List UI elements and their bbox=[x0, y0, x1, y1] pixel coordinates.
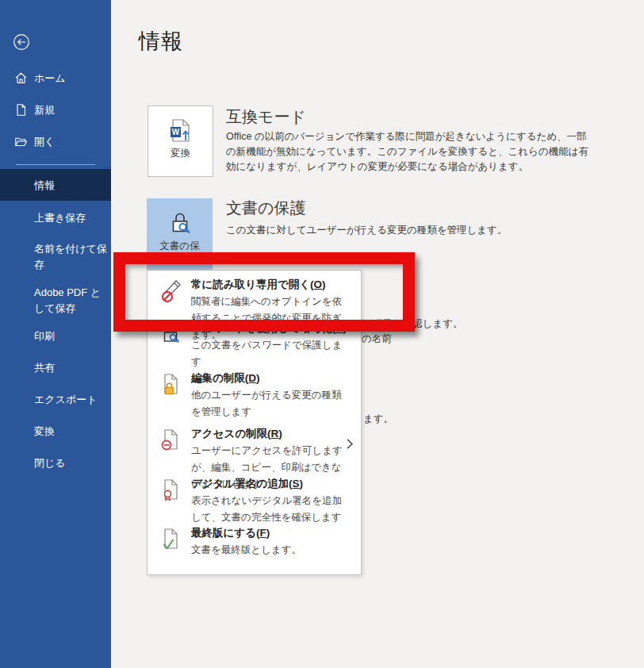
background-text-fragment: ます。 bbox=[363, 413, 393, 426]
read-only-pencil-icon bbox=[160, 278, 184, 302]
menu-item-title: 常に読み取り専用で開く(O) bbox=[191, 277, 350, 293]
background-text-fragment: の名前 bbox=[362, 332, 392, 346]
menu-item-title: アクセスの制限(R) bbox=[191, 426, 350, 442]
protect-button-label: 文書の保護 bbox=[148, 240, 212, 265]
menu-item-add-digital-signature[interactable]: デジタル署名の追加(S) 表示されないデジタル署名を追加して、文書の完全性を確保… bbox=[148, 476, 361, 526]
menu-item-title: パスワードを使用して暗号化(E) bbox=[191, 321, 350, 336]
back-button[interactable] bbox=[13, 33, 30, 51]
menu-item-description: この文書をパスワードで保護します bbox=[191, 337, 351, 370]
compat-mode-description: Office の以前のバージョンで作業する際に問題が起きないようにするため、一部… bbox=[226, 129, 592, 175]
restrict-editing-icon bbox=[160, 372, 184, 396]
protect-document-menu: 常に読み取り専用で開く(O) 閲覧者に編集へのオプトインを依頼することで偶発的な… bbox=[147, 270, 362, 575]
protect-document-button[interactable]: 文書の保護 bbox=[147, 198, 213, 271]
svg-text:W: W bbox=[171, 128, 179, 136]
sidebar-item-label: ホーム bbox=[34, 71, 107, 86]
convert-word-doc-icon: W bbox=[167, 117, 195, 145]
protect-document-heading: 文書の保護 bbox=[226, 198, 305, 219]
page-title: 情報 bbox=[139, 27, 183, 56]
submenu-chevron-icon bbox=[347, 439, 353, 449]
menu-item-restrict-editing[interactable]: 編集の制限(D) 他のユーザーが行える変更の種類を管理します bbox=[148, 370, 361, 420]
menu-item-description: 文書を最終版とします。 bbox=[191, 542, 351, 559]
sidebar-item-label: 開く bbox=[34, 134, 107, 150]
convert-button-label: 変換 bbox=[148, 147, 213, 159]
new-document-icon bbox=[14, 103, 28, 117]
menu-item-title: 編集の制限(D) bbox=[191, 370, 350, 386]
open-folder-icon bbox=[14, 135, 28, 148]
sidebar-divider bbox=[16, 164, 95, 165]
restrict-access-icon bbox=[160, 428, 184, 451]
background-text-fragment: の項目を確認します。 bbox=[362, 317, 462, 331]
word-backstage-info-view: ホーム 新規 開く 情報 上 bbox=[0, 0, 644, 668]
backstage-sidebar: ホーム 新規 開く 情報 上 bbox=[0, 0, 111, 668]
password-lock-icon bbox=[160, 322, 184, 346]
convert-button[interactable]: W 変換 bbox=[148, 106, 213, 177]
digital-signature-icon bbox=[160, 478, 184, 501]
back-arrow-icon bbox=[13, 33, 30, 51]
protect-lock-key-icon bbox=[166, 209, 194, 238]
protect-document-description: この文書に対してユーザーが行える変更の種類を管理します。 bbox=[226, 223, 599, 238]
menu-item-mark-as-final[interactable]: 最終版にする(F) 文書を最終版とします。 bbox=[148, 525, 361, 559]
menu-item-title: 最終版にする(F) bbox=[191, 525, 350, 541]
menu-item-encrypt-with-password[interactable]: パスワードを使用して暗号化(E) この文書をパスワードで保護します bbox=[148, 321, 361, 370]
menu-item-description: 他のユーザーが行える変更の種類を管理します bbox=[191, 387, 351, 420]
compat-mode-heading: 互換モード bbox=[226, 106, 306, 128]
home-icon bbox=[14, 71, 28, 85]
menu-item-description: 表示されないデジタル署名を追加して、文書の完全性を確保します bbox=[191, 493, 351, 526]
sidebar-item-label: 新規 bbox=[34, 102, 107, 118]
menu-item-title: デジタル署名の追加(S) bbox=[191, 476, 350, 492]
mark-as-final-icon bbox=[160, 527, 184, 551]
